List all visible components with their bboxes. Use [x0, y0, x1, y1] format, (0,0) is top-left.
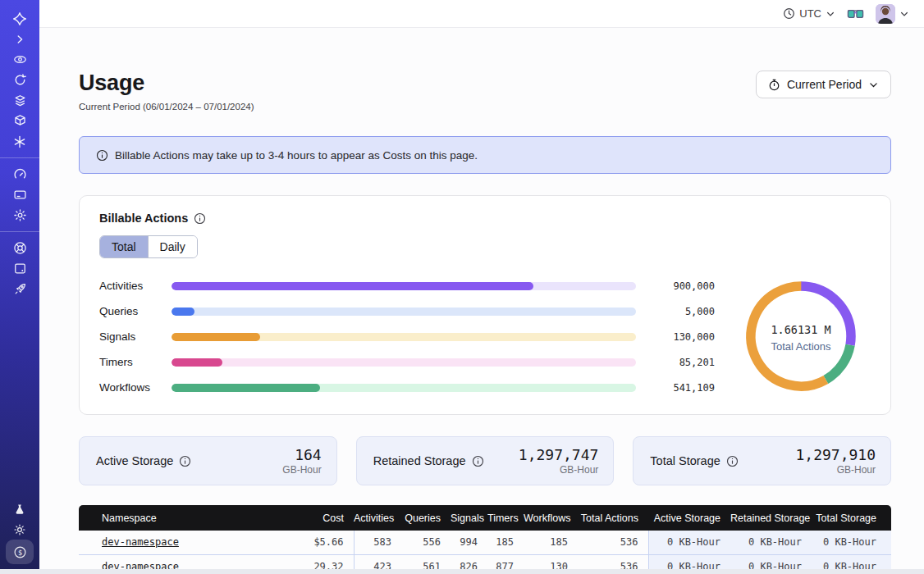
dev-glasses-icon[interactable]: [847, 8, 864, 20]
clock-icon: [783, 7, 795, 20]
page-subtitle: Current Period (06/01/2024 – 07/01/2024): [79, 102, 254, 112]
info-icon[interactable]: [726, 455, 739, 467]
storage-card: Retained Storage 1,297,747 GB-Hour: [356, 436, 615, 485]
column-header-workflows: Workflows: [524, 505, 578, 531]
collapse-chevron-right-icon[interactable]: [7, 29, 33, 49]
sidebar-divider: [0, 231, 39, 232]
bar-chart-row: Timers 85,201: [99, 356, 715, 368]
cell-retained-storage: 0 KB-Hour: [730, 531, 812, 554]
column-header-total-storage: Total Storage: [812, 505, 891, 531]
page-header: Usage Current Period (06/01/2024 – 07/01…: [79, 71, 891, 112]
table-header-row: NamespaceCostActivitiesQueriesSignalsTim…: [79, 505, 891, 531]
bar-fill: [172, 358, 222, 367]
column-header-timers: Timers: [487, 505, 524, 531]
bar-category-label: Workflows: [99, 381, 172, 394]
table-row: dev-namespace $5.66 583 556 994 185 185 …: [79, 531, 891, 554]
chevron-down-icon: [899, 9, 909, 19]
billable-actions-chart: Activities 900,000 Queries 5,000 Signals…: [99, 276, 871, 396]
column-header-signals: Signals: [451, 505, 487, 531]
bar-fill: [172, 308, 194, 316]
bar-category-label: Activities: [99, 280, 172, 292]
cell-total-storage: 0 KB-Hour: [812, 531, 891, 554]
cell-queries: 556: [401, 531, 451, 554]
chevron-down-icon: [826, 9, 835, 19]
donut-center-value: 1.66131 M: [771, 323, 830, 336]
storage-cards-row: Active Storage 164 GB-Hour Retained Stor…: [79, 436, 891, 485]
usage-gauge-icon[interactable]: [7, 164, 33, 184]
donut-segment-green: [743, 278, 858, 394]
bar-fill: [172, 282, 533, 290]
banner-text: Billable Actions may take up to 3-4 hour…: [115, 149, 478, 162]
info-icon[interactable]: [194, 212, 206, 225]
storage-card: Active Storage 164 GB-Hour: [79, 436, 337, 485]
bar-category-label: Queries: [99, 305, 172, 317]
rocket-icon[interactable]: [7, 279, 33, 299]
storage-card-value: 164: [282, 446, 321, 463]
topbar: UTC: [39, 0, 924, 28]
cell-total-actions: 536: [578, 531, 648, 554]
bar-value: 541,109: [646, 382, 715, 394]
period-dropdown-button[interactable]: Current Period: [756, 71, 891, 98]
donut-center-label: Total Actions: [771, 340, 831, 353]
bar-track: [172, 333, 636, 341]
bar-track: [172, 282, 636, 290]
column-header-total-actions: Total Actions: [578, 505, 648, 531]
bar-chart-row: Signals 130,000: [99, 330, 715, 343]
sidebar-divider: [0, 157, 39, 158]
donut-segment-orange: [741, 276, 861, 396]
support-lifebuoy-icon[interactable]: [7, 238, 33, 258]
storage-card-label: Retained Storage: [373, 454, 466, 467]
user-menu[interactable]: [876, 4, 909, 24]
credits-coin-icon[interactable]: $: [6, 540, 34, 564]
window-bottom-edge: [0, 569, 924, 574]
bar-category-label: Signals: [99, 330, 172, 343]
info-icon: [96, 149, 108, 162]
user-avatar: [876, 4, 895, 24]
billing-card-icon[interactable]: [7, 184, 33, 205]
column-header-active-storage: Active Storage: [648, 505, 730, 531]
storage-card-value: 1,297,747: [519, 446, 599, 463]
bar-track: [172, 308, 636, 316]
tab-total[interactable]: Total: [100, 236, 148, 257]
main-content: Usage Current Period (06/01/2024 – 07/01…: [39, 28, 924, 574]
temporal-logo-icon[interactable]: [7, 8, 33, 29]
storage-card-unit: GB-Hour: [282, 464, 321, 476]
cell-signals: 994: [451, 531, 487, 554]
bar-value: 85,201: [646, 357, 715, 368]
bar-track: [172, 358, 636, 367]
history-icon[interactable]: [7, 70, 33, 90]
namespace-link[interactable]: dev-namespace: [102, 536, 179, 548]
cube-icon[interactable]: [7, 111, 33, 131]
column-header-cost: Cost: [263, 505, 354, 531]
info-icon[interactable]: [179, 455, 191, 467]
usage-table: NamespaceCostActivitiesQueriesSignalsTim…: [79, 505, 891, 574]
tab-daily[interactable]: Daily: [148, 236, 197, 257]
asterisk-icon[interactable]: [7, 131, 33, 152]
bar-chart-row: Workflows 541,109: [99, 381, 715, 394]
lab-flask-icon[interactable]: [7, 499, 33, 519]
billable-actions-card: Billable Actions Total Daily Activities …: [79, 195, 891, 415]
bar-chart-row: Activities 900,000: [99, 280, 715, 292]
cell-active-storage: 0 KB-Hour: [648, 531, 730, 554]
bar-chart-row: Queries 5,000: [99, 305, 715, 317]
feedback-icon[interactable]: [7, 258, 33, 279]
chevron-down-icon: [868, 80, 879, 90]
settings-gear-icon[interactable]: [7, 205, 33, 226]
layers-icon[interactable]: [7, 90, 33, 111]
bar-category-label: Timers: [99, 356, 172, 368]
storage-card-label: Total Storage: [650, 454, 720, 467]
cell-activities: 583: [354, 531, 401, 554]
info-icon[interactable]: [472, 455, 484, 467]
cell-timers: 185: [487, 531, 524, 554]
billable-card-title: Billable Actions: [99, 212, 188, 225]
period-button-label: Current Period: [787, 78, 862, 91]
timezone-label: UTC: [799, 7, 821, 20]
namespaces-eye-icon[interactable]: [7, 49, 33, 70]
timezone-selector[interactable]: UTC: [783, 7, 835, 20]
bar-track: [172, 384, 636, 392]
stopwatch-icon: [768, 79, 780, 91]
bar-value: 900,000: [646, 280, 715, 292]
storage-card: Total Storage 1,297,910 GB-Hour: [633, 436, 891, 485]
storage-card-label: Active Storage: [96, 454, 173, 467]
theme-sun-icon[interactable]: [7, 519, 33, 540]
